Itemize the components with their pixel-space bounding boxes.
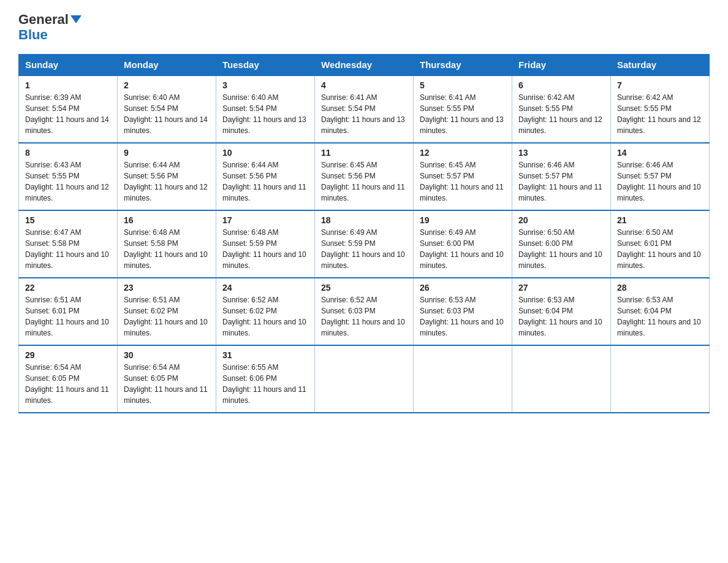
day-number: 12 <box>420 148 506 158</box>
day-cell: 2 Sunrise: 6:40 AMSunset: 5:54 PMDayligh… <box>118 75 216 143</box>
day-number: 3 <box>222 80 308 90</box>
day-cell: 10 Sunrise: 6:44 AMSunset: 5:56 PMDaylig… <box>216 143 315 210</box>
day-number: 29 <box>25 350 111 360</box>
day-info: Sunrise: 6:41 AMSunset: 5:54 PMDaylight:… <box>321 93 405 135</box>
day-cell: 7 Sunrise: 6:42 AMSunset: 5:55 PMDayligh… <box>611 75 710 143</box>
col-header-monday: Monday <box>118 55 216 76</box>
day-number: 25 <box>321 283 407 293</box>
day-number: 17 <box>222 215 308 225</box>
day-cell: 31 Sunrise: 6:55 AMSunset: 6:06 PMDaylig… <box>216 345 315 413</box>
day-number: 1 <box>25 80 111 90</box>
day-info: Sunrise: 6:42 AMSunset: 5:55 PMDaylight:… <box>518 93 602 135</box>
day-info: Sunrise: 6:53 AMSunset: 6:03 PMDaylight:… <box>420 296 504 337</box>
week-row-1: 1 Sunrise: 6:39 AMSunset: 5:54 PMDayligh… <box>19 75 710 143</box>
col-header-tuesday: Tuesday <box>216 55 315 76</box>
day-cell: 25 Sunrise: 6:52 AMSunset: 6:03 PMDaylig… <box>315 278 414 345</box>
day-cell: 14 Sunrise: 6:46 AMSunset: 5:57 PMDaylig… <box>611 143 710 210</box>
day-cell: 19 Sunrise: 6:49 AMSunset: 6:00 PMDaylig… <box>414 210 512 278</box>
day-number: 19 <box>420 215 506 225</box>
week-row-3: 15 Sunrise: 6:47 AMSunset: 5:58 PMDaylig… <box>19 210 710 278</box>
day-number: 31 <box>222 350 308 360</box>
week-row-2: 8 Sunrise: 6:43 AMSunset: 5:55 PMDayligh… <box>19 143 710 210</box>
day-cell: 6 Sunrise: 6:42 AMSunset: 5:55 PMDayligh… <box>512 75 611 143</box>
day-cell: 18 Sunrise: 6:49 AMSunset: 5:59 PMDaylig… <box>315 210 414 278</box>
day-info: Sunrise: 6:53 AMSunset: 6:04 PMDaylight:… <box>518 296 602 337</box>
day-info: Sunrise: 6:49 AMSunset: 6:00 PMDaylight:… <box>420 228 504 270</box>
day-cell: 26 Sunrise: 6:53 AMSunset: 6:03 PMDaylig… <box>414 278 512 345</box>
day-number: 6 <box>518 80 604 90</box>
day-info: Sunrise: 6:40 AMSunset: 5:54 PMDaylight:… <box>124 93 208 135</box>
day-info: Sunrise: 6:52 AMSunset: 6:02 PMDaylight:… <box>222 296 306 337</box>
day-info: Sunrise: 6:50 AMSunset: 6:00 PMDaylight:… <box>518 228 602 270</box>
day-info: Sunrise: 6:40 AMSunset: 5:54 PMDaylight:… <box>222 93 306 135</box>
day-number: 10 <box>222 148 308 158</box>
day-cell: 29 Sunrise: 6:54 AMSunset: 6:05 PMDaylig… <box>19 345 118 413</box>
day-cell: 5 Sunrise: 6:41 AMSunset: 5:55 PMDayligh… <box>414 75 512 143</box>
day-number: 16 <box>124 215 210 225</box>
day-info: Sunrise: 6:41 AMSunset: 5:55 PMDaylight:… <box>420 93 504 135</box>
logo-general: General <box>18 12 69 27</box>
day-number: 18 <box>321 215 407 225</box>
day-cell <box>414 345 512 413</box>
day-cell: 1 Sunrise: 6:39 AMSunset: 5:54 PMDayligh… <box>19 75 118 143</box>
day-info: Sunrise: 6:42 AMSunset: 5:55 PMDaylight:… <box>617 93 701 135</box>
day-cell: 27 Sunrise: 6:53 AMSunset: 6:04 PMDaylig… <box>512 278 611 345</box>
day-cell: 12 Sunrise: 6:45 AMSunset: 5:57 PMDaylig… <box>414 143 512 210</box>
day-number: 13 <box>518 148 604 158</box>
day-cell: 11 Sunrise: 6:45 AMSunset: 5:56 PMDaylig… <box>315 143 414 210</box>
calendar-header-row: SundayMondayTuesdayWednesdayThursdayFrid… <box>19 55 710 76</box>
day-number: 26 <box>420 283 506 293</box>
day-number: 23 <box>124 283 210 293</box>
day-number: 5 <box>420 80 506 90</box>
col-header-wednesday: Wednesday <box>315 55 414 76</box>
logo: General Blue <box>18 12 82 43</box>
day-cell: 30 Sunrise: 6:54 AMSunset: 6:05 PMDaylig… <box>118 345 216 413</box>
logo-blue: Blue <box>18 27 48 43</box>
day-number: 11 <box>321 148 407 158</box>
day-info: Sunrise: 6:44 AMSunset: 5:56 PMDaylight:… <box>124 161 208 202</box>
day-number: 20 <box>518 215 604 225</box>
day-info: Sunrise: 6:54 AMSunset: 6:05 PMDaylight:… <box>124 363 208 405</box>
col-header-friday: Friday <box>512 55 611 76</box>
calendar-table: SundayMondayTuesdayWednesdayThursdayFrid… <box>18 54 710 413</box>
day-info: Sunrise: 6:55 AMSunset: 6:06 PMDaylight:… <box>222 363 306 405</box>
day-info: Sunrise: 6:44 AMSunset: 5:56 PMDaylight:… <box>222 161 306 202</box>
col-header-saturday: Saturday <box>611 55 710 76</box>
day-info: Sunrise: 6:46 AMSunset: 5:57 PMDaylight:… <box>518 161 602 202</box>
col-header-thursday: Thursday <box>414 55 512 76</box>
day-info: Sunrise: 6:48 AMSunset: 5:58 PMDaylight:… <box>124 228 208 270</box>
day-cell: 15 Sunrise: 6:47 AMSunset: 5:58 PMDaylig… <box>19 210 118 278</box>
day-cell <box>611 345 710 413</box>
day-cell: 17 Sunrise: 6:48 AMSunset: 5:59 PMDaylig… <box>216 210 315 278</box>
day-cell: 9 Sunrise: 6:44 AMSunset: 5:56 PMDayligh… <box>118 143 216 210</box>
day-number: 30 <box>124 350 210 360</box>
day-info: Sunrise: 6:45 AMSunset: 5:56 PMDaylight:… <box>321 161 405 202</box>
day-info: Sunrise: 6:51 AMSunset: 6:02 PMDaylight:… <box>124 296 208 337</box>
day-cell: 3 Sunrise: 6:40 AMSunset: 5:54 PMDayligh… <box>216 75 315 143</box>
col-header-sunday: Sunday <box>19 55 118 76</box>
day-info: Sunrise: 6:48 AMSunset: 5:59 PMDaylight:… <box>222 228 306 270</box>
day-number: 9 <box>124 148 210 158</box>
day-number: 27 <box>518 283 604 293</box>
day-cell: 13 Sunrise: 6:46 AMSunset: 5:57 PMDaylig… <box>512 143 611 210</box>
page-header: General Blue <box>18 12 710 43</box>
day-info: Sunrise: 6:47 AMSunset: 5:58 PMDaylight:… <box>25 228 109 270</box>
day-cell: 28 Sunrise: 6:53 AMSunset: 6:04 PMDaylig… <box>611 278 710 345</box>
day-cell: 22 Sunrise: 6:51 AMSunset: 6:01 PMDaylig… <box>19 278 118 345</box>
day-info: Sunrise: 6:54 AMSunset: 6:05 PMDaylight:… <box>25 363 109 405</box>
day-cell <box>512 345 611 413</box>
day-number: 14 <box>617 148 703 158</box>
day-info: Sunrise: 6:53 AMSunset: 6:04 PMDaylight:… <box>617 296 701 337</box>
day-cell: 16 Sunrise: 6:48 AMSunset: 5:58 PMDaylig… <box>118 210 216 278</box>
day-info: Sunrise: 6:39 AMSunset: 5:54 PMDaylight:… <box>25 93 109 135</box>
day-info: Sunrise: 6:50 AMSunset: 6:01 PMDaylight:… <box>617 228 701 270</box>
day-info: Sunrise: 6:51 AMSunset: 6:01 PMDaylight:… <box>25 296 109 337</box>
day-number: 8 <box>25 148 111 158</box>
day-info: Sunrise: 6:43 AMSunset: 5:55 PMDaylight:… <box>25 161 109 202</box>
day-cell <box>315 345 414 413</box>
day-cell: 4 Sunrise: 6:41 AMSunset: 5:54 PMDayligh… <box>315 75 414 143</box>
day-number: 28 <box>617 283 703 293</box>
day-number: 2 <box>124 80 210 90</box>
week-row-4: 22 Sunrise: 6:51 AMSunset: 6:01 PMDaylig… <box>19 278 710 345</box>
day-info: Sunrise: 6:52 AMSunset: 6:03 PMDaylight:… <box>321 296 405 337</box>
